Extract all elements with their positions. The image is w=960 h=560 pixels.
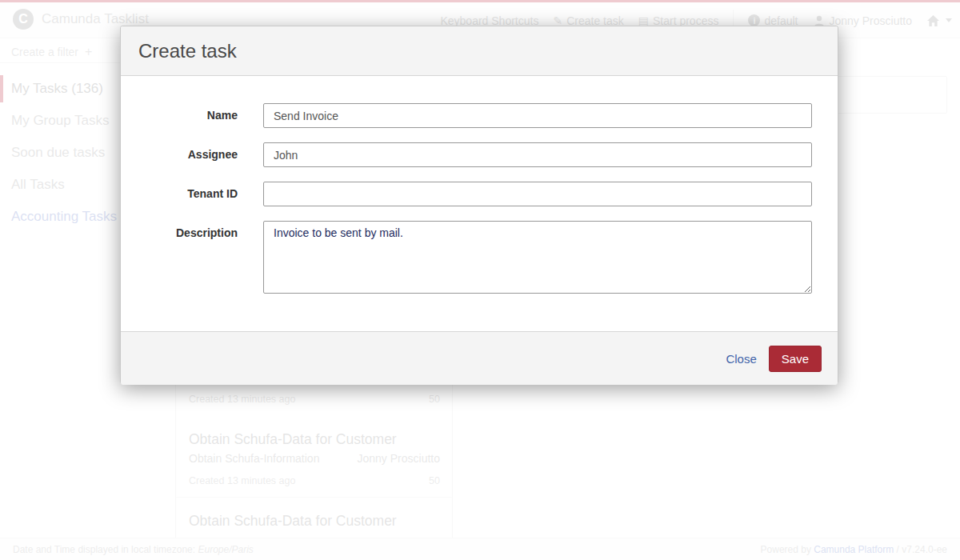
name-label: Name: [137, 103, 238, 128]
name-field[interactable]: [263, 103, 812, 128]
description-field[interactable]: Invoice to be sent by mail.: [263, 221, 812, 294]
modal-header: Create task: [121, 26, 838, 76]
description-label: Description: [137, 221, 238, 246]
tenant-id-label: Tenant ID: [137, 182, 238, 206]
tenant-id-field[interactable]: [263, 182, 812, 206]
close-button[interactable]: Close: [726, 352, 756, 366]
save-button[interactable]: Save: [769, 346, 822, 372]
modal-title: Create task: [138, 40, 237, 62]
create-task-modal: Create task Name Assignee Tenant ID Desc…: [120, 26, 838, 384]
camunda-tasklist-app: C Camunda Tasklist Keyboard Shortcuts ✎ …: [0, 0, 960, 560]
assignee-field[interactable]: [263, 142, 812, 167]
modal-footer: Close Save: [121, 331, 838, 385]
assignee-label: Assignee: [137, 142, 238, 167]
